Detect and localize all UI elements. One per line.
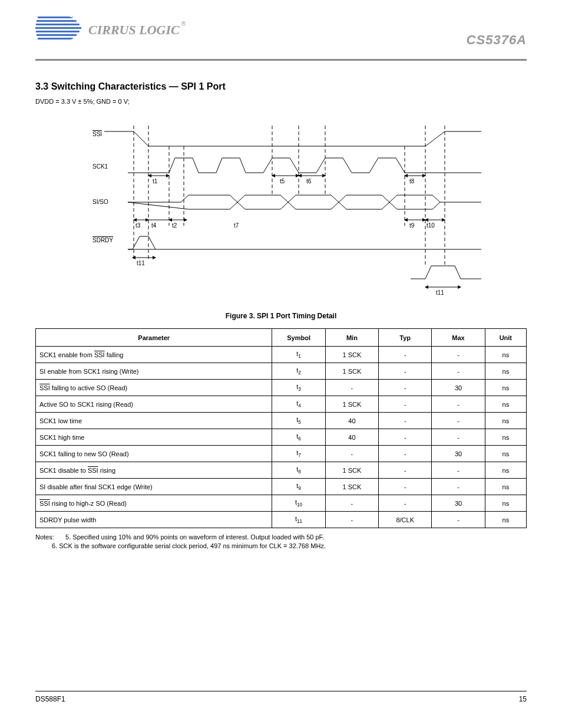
cell-unit: ns [485, 429, 526, 446]
cell-typ: - [379, 396, 432, 413]
cell-min: 1 SCK [325, 479, 378, 495]
cell-symbol: t1 [272, 347, 325, 363]
cell-max: - [432, 512, 485, 528]
cell-parameter: SCK1 enable from SSI falling [36, 347, 272, 363]
cell-parameter: Active SO to SCK1 rising (Read) [36, 396, 272, 413]
table-row: Active SO to SCK1 rising (Read)t41 SCK--… [36, 396, 527, 413]
cell-symbol: t4 [272, 396, 325, 413]
svg-text:t1: t1 [153, 178, 158, 185]
svg-text:t10: t10 [427, 222, 435, 229]
cell-typ: - [379, 429, 432, 446]
svg-text:t11: t11 [137, 260, 145, 266]
col-symbol: Symbol [272, 329, 325, 347]
cell-min: 40 [325, 429, 378, 446]
cell-symbol: t2 [272, 363, 325, 380]
col-parameter: Parameter [36, 329, 272, 347]
cell-parameter: SI disable after final SCK1 edge (Write) [36, 479, 272, 495]
signal-siso: SI/SO [92, 199, 108, 205]
svg-text:t2: t2 [172, 222, 177, 229]
cell-parameter: SSI rising to high-z SO (Read) [36, 495, 272, 512]
cell-unit: ns [485, 446, 526, 462]
cell-symbol: t8 [272, 462, 325, 479]
cell-symbol: t9 [272, 479, 325, 495]
cell-symbol: t10 [272, 495, 325, 512]
svg-text:t5: t5 [280, 178, 285, 185]
cell-typ: - [379, 413, 432, 429]
cell-unit: ns [485, 479, 526, 495]
cell-parameter: SDRDY pulse width [36, 512, 272, 528]
section-condition: DVDD = 3.3 V ± 5%; GND = 0 V; [35, 98, 527, 105]
cell-max: - [432, 462, 485, 479]
cell-unit: ns [485, 495, 526, 512]
cell-unit: ns [485, 380, 526, 396]
cell-min: 1 SCK [325, 396, 378, 413]
table-row: SCK1 falling to new SO (Read)t7--30ns [36, 446, 527, 462]
svg-rect-4 [35, 27, 81, 29]
note-5: 5. Specified using 10% and 90% points on… [65, 533, 324, 541]
part-number: CS5376A [467, 32, 527, 48]
cell-min: 1 SCK [325, 462, 378, 479]
cell-max: - [432, 363, 485, 380]
notes-label: Notes: [35, 533, 64, 542]
cell-typ: - [379, 495, 432, 512]
cell-max: - [432, 413, 485, 429]
cell-min: 40 [325, 413, 378, 429]
cell-min: 1 SCK [325, 347, 378, 363]
svg-rect-7 [38, 38, 73, 39]
svg-text:®: ® [181, 21, 186, 27]
cell-typ: - [379, 363, 432, 380]
svg-text:t9: t9 [409, 222, 415, 229]
note-6: 6. SCK is the software configurable seri… [64, 542, 527, 551]
cell-typ: - [379, 446, 432, 462]
cell-min: 1 SCK [325, 363, 378, 380]
cell-max: - [432, 429, 485, 446]
spec-table: Parameter Symbol Min Typ Max Unit SCK1 e… [35, 328, 527, 528]
table-row: SSI rising to high-z SO (Read)t10--30ns [36, 495, 527, 512]
cell-max: - [432, 347, 485, 363]
cell-max: 30 [432, 495, 485, 512]
cell-typ: - [379, 462, 432, 479]
header-rule [35, 59, 527, 61]
cell-parameter: SCK1 falling to new SO (Read) [36, 446, 272, 462]
section-title: 3.3 Switching Characteristics — SPI 1 Po… [35, 81, 527, 92]
cell-symbol: t3 [272, 380, 325, 396]
col-min: Min [325, 329, 378, 347]
cell-max: - [432, 396, 485, 413]
cell-typ: - [379, 479, 432, 495]
cell-symbol: t6 [272, 429, 325, 446]
cell-min: - [325, 495, 378, 512]
svg-text:t3: t3 [135, 222, 141, 229]
cell-typ: 8/CLK [379, 512, 432, 528]
svg-rect-1 [38, 17, 73, 18]
cell-unit: ns [485, 347, 526, 363]
table-row: SSI falling to active SO (Read)t3--30ns [36, 380, 527, 396]
cell-min: - [325, 446, 378, 462]
cell-max: 30 [432, 380, 485, 396]
footer-page: 15 [519, 695, 527, 703]
table-row: SCK1 high timet640--ns [36, 429, 527, 446]
svg-rect-3 [36, 24, 80, 25]
cell-unit: ns [485, 396, 526, 413]
cell-parameter: SCK1 high time [36, 429, 272, 446]
figure-caption: Figure 3. SPI 1 Port Timing Detail [0, 312, 562, 320]
table-row: SCK1 disable to SSI risingt81 SCK--ns [36, 462, 527, 479]
table-row: SDRDY pulse widtht11-8/CLK-ns [36, 512, 527, 528]
cirrus-logic-logo-icon: CIRRUS LOGIC ® [35, 12, 194, 44]
cell-unit: ns [485, 363, 526, 380]
table-row: SCK1 enable from SSI fallingt11 SCK--ns [36, 347, 527, 363]
cell-typ: - [379, 347, 432, 363]
svg-text:t7: t7 [234, 222, 239, 229]
footer-docid: DS588F1 [35, 695, 65, 703]
page-header: CIRRUS LOGIC ® CS5376A [0, 0, 562, 59]
cell-min: - [325, 512, 378, 528]
table-header: Parameter Symbol Min Typ Max Unit [36, 329, 527, 347]
cell-min: - [325, 380, 378, 396]
brand-text: CIRRUS LOGIC [88, 22, 180, 37]
page-footer: DS588F1 15 [35, 691, 527, 703]
table-row: SI disable after final SCK1 edge (Write)… [36, 479, 527, 495]
cell-parameter: SCK1 low time [36, 413, 272, 429]
cell-symbol: t7 [272, 446, 325, 462]
svg-text:t6: t6 [306, 178, 312, 185]
svg-text:t8: t8 [409, 178, 415, 185]
notes: Notes: 5. Specified using 10% and 90% po… [35, 533, 527, 551]
